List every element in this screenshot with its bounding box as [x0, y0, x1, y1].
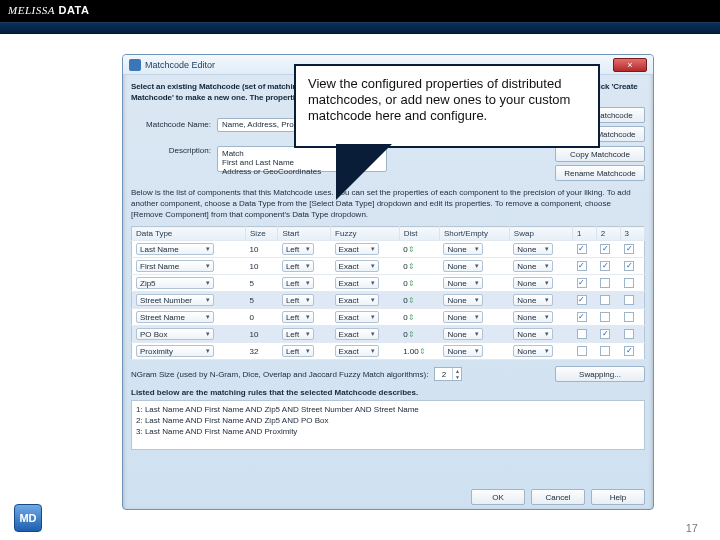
cell-dropdown[interactable]: None▾ [513, 294, 553, 306]
combo-checkbox[interactable] [624, 312, 634, 322]
cell-dropdown[interactable]: Left▾ [282, 328, 314, 340]
cell-dropdown[interactable]: None▾ [443, 277, 483, 289]
combo-checkbox[interactable] [600, 295, 610, 305]
cell-dropdown[interactable]: Left▾ [282, 311, 314, 323]
cell-dropdown[interactable]: First Name▾ [136, 260, 214, 272]
cell-dropdown[interactable]: Proximity▾ [136, 345, 214, 357]
ngram-spinner[interactable]: 2 ▲▼ [434, 367, 462, 381]
cell-dropdown[interactable]: Exact▾ [335, 311, 379, 323]
cell-dropdown[interactable]: None▾ [443, 311, 483, 323]
column-header[interactable]: 3 [620, 227, 644, 241]
cell-dropdown[interactable]: Exact▾ [335, 260, 379, 272]
combo-checkbox[interactable] [624, 278, 634, 288]
brand-logo: MELISSA DATA [0, 0, 97, 20]
cell-dropdown[interactable]: None▾ [443, 345, 483, 357]
combo-checkbox[interactable] [577, 261, 587, 271]
column-header[interactable]: Dist [399, 227, 439, 241]
combo-checkbox[interactable] [600, 244, 610, 254]
combo-checkbox[interactable] [577, 312, 587, 322]
component-row[interactable]: Street Number▾5Left▾Exact▾0⇕None▾None▾ [132, 292, 645, 309]
column-header[interactable]: Short/Empty [439, 227, 509, 241]
cell-dropdown[interactable]: None▾ [513, 260, 553, 272]
cell-dropdown[interactable]: Left▾ [282, 260, 314, 272]
cell-dropdown[interactable]: Left▾ [282, 243, 314, 255]
brand-bar: MELISSA DATA [0, 0, 720, 22]
component-row[interactable]: Proximity▾32Left▾Exact▾1.00⇕None▾None▾ [132, 343, 645, 360]
matchcode-name-label: Matchcode Name: [131, 120, 211, 129]
close-button[interactable]: × [613, 58, 647, 72]
tooltip-callout: View the configured properties of distri… [294, 64, 600, 148]
component-row[interactable]: First Name▾10Left▾Exact▾0⇕None▾None▾ [132, 258, 645, 275]
combo-checkbox[interactable] [577, 278, 587, 288]
combo-checkbox[interactable] [600, 346, 610, 356]
cell-dropdown[interactable]: Left▾ [282, 277, 314, 289]
cell-dropdown[interactable]: Last Name▾ [136, 243, 214, 255]
combo-checkbox[interactable] [577, 329, 587, 339]
cell-dropdown[interactable]: Street Name▾ [136, 311, 214, 323]
swapping-button[interactable]: Swapping... [555, 366, 645, 382]
md-badge-icon: MD [14, 504, 42, 532]
column-header[interactable]: Data Type [132, 227, 246, 241]
help-button[interactable]: Help [591, 489, 645, 505]
cell-dropdown[interactable]: None▾ [443, 328, 483, 340]
column-header[interactable]: Fuzzy [331, 227, 400, 241]
component-row[interactable]: Zip5▾5Left▾Exact▾0⇕None▾None▾ [132, 275, 645, 292]
cell-dropdown[interactable]: Left▾ [282, 345, 314, 357]
cell-dropdown[interactable]: PO Box▾ [136, 328, 214, 340]
combo-checkbox[interactable] [577, 244, 587, 254]
column-header[interactable]: 2 [596, 227, 620, 241]
description-label: Description: [131, 146, 211, 155]
combo-checkbox[interactable] [600, 312, 610, 322]
page-number: 17 [686, 522, 698, 534]
app-icon [129, 59, 141, 71]
cancel-button[interactable]: Cancel [531, 489, 585, 505]
rule-line: 1: Last Name AND First Name AND Zip5 AND… [136, 404, 640, 415]
copy-matchcode-button[interactable]: Copy Matchcode [555, 146, 645, 162]
cell-dropdown[interactable]: Exact▾ [335, 277, 379, 289]
column-header[interactable]: Size [246, 227, 278, 241]
cell-dropdown[interactable]: Street Number▾ [136, 294, 214, 306]
cell-dropdown[interactable]: Left▾ [282, 294, 314, 306]
column-header[interactable]: Start [278, 227, 331, 241]
cell-dropdown[interactable]: None▾ [443, 260, 483, 272]
ok-button[interactable]: OK [471, 489, 525, 505]
combo-checkbox[interactable] [577, 346, 587, 356]
rule-line: 2: Last Name AND First Name AND Zip5 AND… [136, 415, 640, 426]
components-grid[interactable]: Data TypeSizeStartFuzzyDistShort/EmptySw… [131, 226, 645, 360]
cell-dropdown[interactable]: None▾ [443, 294, 483, 306]
component-row[interactable]: PO Box▾10Left▾Exact▾0⇕None▾None▾ [132, 326, 645, 343]
column-header[interactable]: 1 [573, 227, 597, 241]
combo-checkbox[interactable] [600, 261, 610, 271]
combo-checkbox[interactable] [624, 295, 634, 305]
cell-dropdown[interactable]: None▾ [513, 345, 553, 357]
rules-header: Listed below are the matching rules that… [131, 388, 645, 397]
accent-bar [0, 22, 720, 34]
cell-dropdown[interactable]: None▾ [513, 311, 553, 323]
combo-checkbox[interactable] [624, 329, 634, 339]
combo-checkbox[interactable] [600, 329, 610, 339]
window-title: Matchcode Editor [145, 60, 215, 70]
component-row[interactable]: Last Name▾10Left▾Exact▾0⇕None▾None▾ [132, 241, 645, 258]
ngram-label: NGram Size (used by N-Gram, Dice, Overla… [131, 370, 428, 379]
rule-line: 3: Last Name AND First Name AND Proximit… [136, 426, 640, 437]
cell-dropdown[interactable]: None▾ [443, 243, 483, 255]
component-row[interactable]: Street Name▾0Left▾Exact▾0⇕None▾None▾ [132, 309, 645, 326]
cell-dropdown[interactable]: Exact▾ [335, 243, 379, 255]
column-header[interactable]: Swap [509, 227, 572, 241]
cell-dropdown[interactable]: None▾ [513, 277, 553, 289]
cell-dropdown[interactable]: Zip5▾ [136, 277, 214, 289]
cell-dropdown[interactable]: None▾ [513, 243, 553, 255]
combo-checkbox[interactable] [624, 346, 634, 356]
rules-list: 1: Last Name AND First Name AND Zip5 AND… [131, 400, 645, 450]
combo-checkbox[interactable] [624, 261, 634, 271]
cell-dropdown[interactable]: Exact▾ [335, 345, 379, 357]
cell-dropdown[interactable]: Exact▾ [335, 328, 379, 340]
combo-checkbox[interactable] [600, 278, 610, 288]
cell-dropdown[interactable]: Exact▾ [335, 294, 379, 306]
combo-checkbox[interactable] [577, 295, 587, 305]
combo-checkbox[interactable] [624, 244, 634, 254]
cell-dropdown[interactable]: None▾ [513, 328, 553, 340]
rename-matchcode-button[interactable]: Rename Matchcode [555, 165, 645, 181]
